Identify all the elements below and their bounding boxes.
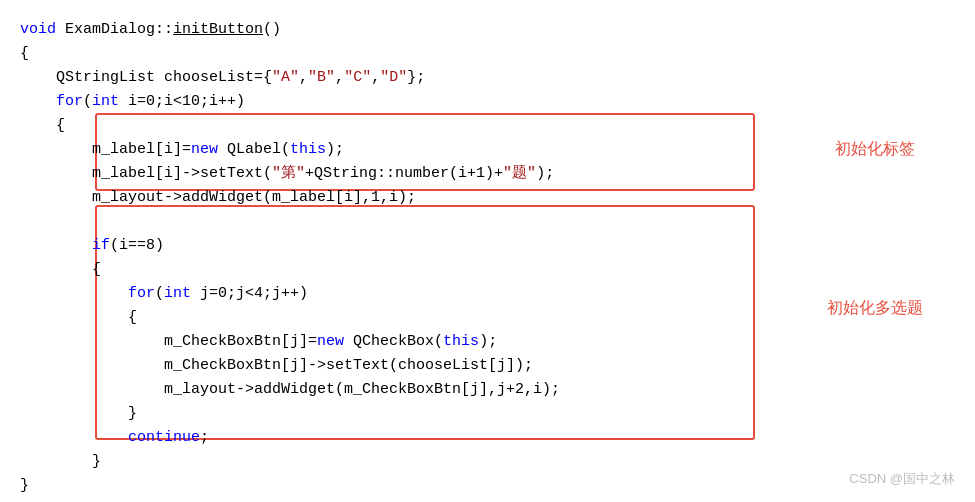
line-14: m_CheckBoxBtn[j]=new QCheckBox(this); [20,330,955,354]
kw-for2: for [128,285,155,302]
str-b: "B" [308,69,335,86]
classname: ExamDialog:: [65,21,173,38]
str-c: "C" [344,69,371,86]
line-19: } [20,450,955,474]
line-3: QStringList chooseList={"A","B","C","D"}… [20,66,955,90]
line-9 [20,210,955,234]
kw-new-1: new [191,141,218,158]
kw-this-2: this [443,333,479,350]
line-4: for(int i=0;i<10;i++) [20,90,955,114]
kw-int2: int [164,285,191,302]
line-20: } [20,474,955,498]
line-1: void ExamDialog::initButton() [20,18,955,42]
code-block: void ExamDialog::initButton() { QStringL… [20,18,955,498]
line-12: for(int j=0;j<4;j++) [20,282,955,306]
brace-open: { [20,45,29,62]
type-qstringlist: QStringList chooseList={ [56,69,272,86]
kw-this-1: this [290,141,326,158]
line-10: if(i==8) [20,234,955,258]
code-area: 初始化标签 初始化多选题 void ExamDialog::initButton… [0,0,975,502]
kw-void: void [20,21,56,38]
watermark: CSDN @国中之林 [849,469,955,490]
line-7: m_label[i]->setText("第"+QString::number(… [20,162,955,186]
kw-continue: continue [128,429,200,446]
funcname: initButton [173,21,263,38]
line-18: continue; [20,426,955,450]
str-di: "第" [272,165,305,182]
line-15: m_CheckBoxBtn[j]->setText(chooseList[j])… [20,354,955,378]
line-5: { [20,114,955,138]
line-8: m_layout->addWidget(m_label[i],1,i); [20,186,955,210]
line-2: { [20,42,955,66]
parens: () [263,21,281,38]
kw-for: for [56,93,83,110]
line-11: { [20,258,955,282]
line-16: m_layout->addWidget(m_CheckBoxBtn[j],j+2… [20,378,955,402]
kw-int: int [92,93,119,110]
str-a: "A" [272,69,299,86]
kw-new-2: new [317,333,344,350]
line-13: { [20,306,955,330]
str-d: "D" [380,69,407,86]
line-6: m_label[i]=new QLabel(this); [20,138,955,162]
kw-if: if [92,237,110,254]
str-ti: "题" [503,165,536,182]
line-17: } [20,402,955,426]
